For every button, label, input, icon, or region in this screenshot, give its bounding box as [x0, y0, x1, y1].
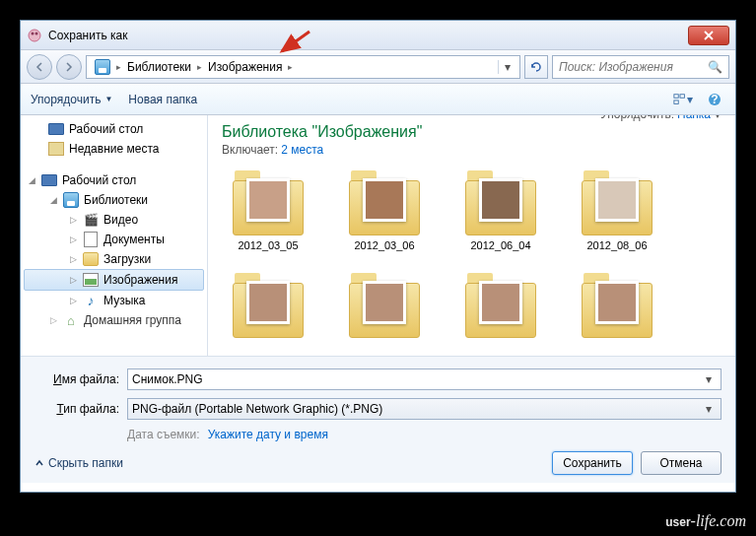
forward-button[interactable]: [56, 54, 82, 80]
address-segment[interactable]: Изображения: [204, 58, 286, 76]
tree-images[interactable]: ▷Изображения: [24, 269, 204, 291]
filetype-label: Тип файла:: [34, 402, 119, 416]
address-bar[interactable]: ▸ Библиотеки ▸ Изображения ▸ ▾: [86, 55, 520, 79]
address-segment[interactable]: Библиотеки: [123, 58, 195, 76]
tree-downloads[interactable]: ▷Загрузки: [21, 249, 207, 269]
folder-icon: [578, 269, 656, 338]
folder-icon: [578, 167, 656, 235]
close-icon: [704, 31, 714, 40]
view-icon: [673, 93, 687, 106]
content-pane: Библиотека "Изображения" Упорядочить: Па…: [208, 115, 735, 356]
tree-recent[interactable]: Недавние места: [21, 139, 207, 159]
new-folder-button[interactable]: Новая папка: [128, 93, 197, 106]
date-taken-label: Дата съемки:: [127, 428, 200, 441]
folder-item[interactable]: [454, 269, 547, 342]
svg-point-1: [29, 30, 40, 41]
folder-item[interactable]: [222, 269, 314, 342]
chevron-down-icon: ▼: [104, 95, 112, 103]
filename-label: Имя файла:: [34, 372, 119, 386]
cancel-button[interactable]: Отмена: [641, 451, 722, 475]
library-subtext: Включает: 2 места: [222, 143, 722, 157]
tree-music[interactable]: ▷♪Музыка: [21, 291, 207, 310]
refresh-icon: [529, 60, 543, 74]
folder-icon: [345, 167, 424, 235]
svg-rect-4: [674, 94, 678, 98]
search-box[interactable]: 🔍: [552, 55, 729, 79]
folder-icon: [461, 167, 540, 235]
search-input[interactable]: [559, 60, 708, 74]
folder-item[interactable]: [338, 269, 431, 342]
library-heading: Библиотека "Изображения": [222, 123, 722, 141]
tree-libraries[interactable]: ◢Библиотеки: [21, 190, 207, 210]
chevron-down-icon[interactable]: ▾: [701, 402, 717, 416]
expander-icon[interactable]: ◢: [48, 195, 58, 205]
tree-desktop-root[interactable]: ◢Рабочий стол: [21, 170, 207, 190]
hide-folders-button[interactable]: Скрыть папки: [34, 456, 123, 470]
folder-item[interactable]: 2012_03_05: [222, 167, 314, 251]
locations-link[interactable]: 2 места: [281, 143, 323, 157]
tree-video[interactable]: ▷🎬Видео: [21, 210, 207, 230]
sort-control[interactable]: Упорядочить: Папка ▼: [600, 115, 722, 121]
svg-rect-6: [674, 100, 678, 103]
folder-icon: [229, 167, 308, 235]
view-options-button[interactable]: ▾: [672, 89, 694, 110]
nav-row: ▸ Библиотеки ▸ Изображения ▸ ▾ 🔍: [21, 50, 735, 84]
save-as-dialog: Сохранить как ▸ Библиотеки ▸ Изображения…: [20, 20, 736, 493]
chevron-down-icon[interactable]: ▾: [701, 372, 717, 386]
chevron-down-icon: ▼: [714, 115, 722, 120]
svg-point-3: [35, 32, 38, 34]
tree-documents[interactable]: ▷Документы: [21, 230, 207, 249]
address-root-icon[interactable]: [91, 57, 114, 77]
folder-item[interactable]: [571, 269, 663, 342]
titlebar: Сохранить как: [21, 21, 735, 50]
tree-desktop[interactable]: Рабочий стол: [21, 119, 207, 139]
back-button[interactable]: [27, 54, 52, 80]
chevron-right-icon: [64, 62, 74, 72]
app-icon: [27, 28, 42, 43]
help-icon: ?: [708, 93, 722, 106]
date-taken-link[interactable]: Укажите дату и время: [208, 428, 328, 441]
folder-item[interactable]: 2012_06_04: [454, 167, 547, 251]
folder-icon: [345, 269, 424, 338]
svg-rect-5: [680, 94, 684, 98]
watermark: user-life.com: [665, 512, 746, 530]
folder-item[interactable]: 2012_03_06: [338, 167, 431, 251]
window-title: Сохранить как: [48, 29, 688, 42]
close-button[interactable]: [688, 26, 729, 45]
folder-icon: [461, 269, 540, 338]
svg-point-2: [32, 32, 34, 34]
address-dropdown[interactable]: ▾: [498, 60, 515, 74]
folder-item[interactable]: 2012_08_06: [571, 167, 663, 251]
refresh-button[interactable]: [524, 55, 548, 79]
bottom-panel: Имя файла: Снимок.PNG ▾ Тип файла: PNG-ф…: [21, 356, 735, 483]
chevron-right-icon: ▸: [116, 62, 121, 72]
help-button[interactable]: ?: [704, 89, 725, 110]
chevron-right-icon: ▸: [288, 62, 293, 72]
navigation-tree: Рабочий стол Недавние места ◢Рабочий сто…: [21, 115, 208, 356]
chevron-up-icon: [34, 458, 44, 468]
expander-icon[interactable]: ◢: [27, 175, 36, 185]
svg-text:?: ?: [711, 93, 718, 106]
tree-homegroup[interactable]: ▷⌂Домашняя группа: [21, 310, 207, 330]
search-icon[interactable]: 🔍: [708, 60, 722, 74]
chevron-left-icon: [34, 62, 44, 72]
filetype-select[interactable]: PNG-файл (Portable Network Graphic) (*.P…: [127, 398, 722, 420]
folder-icon: [229, 269, 308, 338]
toolbar: Упорядочить ▼ Новая папка ▾ ?: [21, 84, 735, 115]
chevron-right-icon: ▸: [197, 62, 202, 72]
organize-menu[interactable]: Упорядочить ▼: [31, 93, 112, 106]
save-button[interactable]: Сохранить: [552, 451, 633, 475]
filename-input[interactable]: Снимок.PNG ▾: [127, 368, 722, 390]
